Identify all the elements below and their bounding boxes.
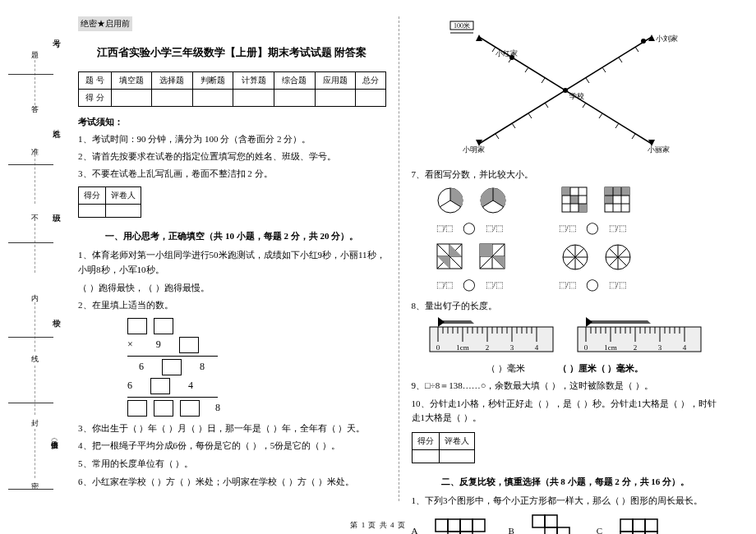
fraction-blanks-1: ⬚/⬚◯⬚/⬚ ⬚/⬚◯⬚/⬚ [436, 219, 720, 237]
svg-text:1cm: 1cm [456, 343, 469, 352]
ruler-cm-mm: （ ）厘米（ ）毫米。 [558, 361, 644, 376]
q9: 9、□÷8＝138……○，余数最大填（ ），这时被除数是（ ）。 [412, 379, 720, 394]
svg-rect-41 [605, 196, 613, 204]
svg-text:3: 3 [658, 343, 662, 352]
digit-6: 6 [139, 359, 144, 375]
margin-xian: 线 [31, 353, 39, 365]
score-h-4: 计算题 [233, 71, 274, 89]
q7: 7、看图写分数，并比较大小。 [412, 168, 720, 182]
q5: 5、常用的长度单位有（ ）。 [78, 457, 386, 472]
q10: 10、分针走1小格，秒针正好走（ ），是（ ）秒。分针走1大格是（ ），时针走1… [412, 397, 720, 426]
svg-text:3: 3 [510, 343, 514, 352]
ruler-figures: 0 1cm 2 3 4 0 1cm 2 3 4 [412, 317, 720, 358]
svg-line-9 [599, 113, 602, 118]
ruler-2: 0 1cm 2 3 4 [574, 317, 705, 358]
q2-1: 1、下列3个图形中，每个小正方形都一样大，那么（ ）图形的周长最长。 [412, 494, 720, 509]
blank-box [154, 400, 173, 417]
paper-title: 江西省实验小学三年级数学【上册】期末考试试题 附答案 [78, 44, 386, 62]
scorer-c1: 得分 [79, 187, 106, 205]
fraction-row-2 [436, 243, 720, 271]
section-1-heading: 一、用心思考，正确填空（共 10 小题，每题 2 分，共 20 分）。 [78, 229, 386, 244]
blank-box [127, 318, 147, 334]
score-h-7: 总分 [356, 71, 385, 89]
svg-line-12 [635, 47, 638, 52]
q3: 3、你出生于（ ）年（ ）月（ ）日，那一年是（ ）年，全年有（ ）天。 [78, 421, 386, 436]
svg-text:2: 2 [486, 343, 490, 352]
score-r-0: 得 分 [79, 89, 112, 106]
svg-line-17 [528, 113, 532, 118]
q1b: （ ）跑得最快，（ ）跑得最慢。 [78, 281, 386, 296]
svg-text:0: 0 [436, 343, 440, 352]
notice-3: 3、不要在试卷上乱写乱画，卷面不整洁扣 2 分。 [78, 167, 386, 182]
map-hong: 小红家 [496, 49, 518, 58]
svg-marker-47 [438, 317, 445, 327]
scorer-c2: 评卷人 [106, 187, 141, 205]
fraction-row-1 [436, 186, 720, 214]
score-table: 题 号 填空题 选择题 判断题 计算题 综合题 应用题 总分 得 分 [78, 71, 386, 107]
svg-text:0: 0 [584, 343, 588, 352]
multiplication-figure: × 9 6 8 6 4 8 [127, 318, 386, 417]
blank-box [150, 378, 170, 394]
notice-1: 1、考试时间：90 分钟，满分为 100 分（含卷面分 2 分）。 [78, 132, 386, 147]
svg-line-19 [496, 134, 499, 139]
blank-box [154, 318, 173, 334]
svg-line-11 [632, 134, 635, 139]
blank-box [179, 337, 199, 353]
score-h-5: 综合题 [274, 71, 316, 89]
svg-text:4: 4 [535, 343, 539, 352]
map-liu: 小刘家 [656, 35, 678, 43]
circle-8-b [604, 243, 632, 271]
svg-rect-40 [605, 187, 629, 196]
ruler-1: 0 1cm 2 3 4 [426, 317, 557, 358]
svg-text:4: 4 [683, 343, 687, 352]
svg-marker-76 [586, 317, 592, 327]
square-x-2 [479, 243, 507, 271]
svg-rect-37 [570, 196, 579, 204]
digit-8: 8 [200, 359, 205, 375]
left-column: 绝密★启用前 江西省实验小学三年级数学【上册】期末考试试题 附答案 题 号 填空… [66, 16, 399, 501]
svg-marker-75 [586, 320, 651, 324]
blank-box [180, 400, 200, 417]
notice-2: 2、请首先按要求在试卷的指定位置填写您的姓名、班级、学号。 [78, 150, 386, 164]
scorer-box-2: 得分评卷人 [412, 432, 475, 463]
blank-box [127, 400, 147, 417]
svg-point-26 [641, 39, 646, 44]
svg-rect-38 [579, 204, 587, 212]
blank-box [162, 359, 182, 375]
q2: 2、在里填上适当的数。 [78, 298, 386, 313]
margin-da: 答 [31, 104, 39, 115]
svg-text:1cm: 1cm [604, 343, 617, 352]
q6: 6、小红家在学校（ ）方（ ）米处；小明家在学校（ ）方（ ）米处。 [78, 475, 386, 490]
svg-line-8 [583, 103, 586, 108]
grid-3x3-a [561, 186, 589, 214]
circle-thirds-2 [479, 186, 507, 214]
fraction-blanks-2: ⬚/⬚◯⬚/⬚ ⬚/⬚◯⬚/⬚ [436, 276, 720, 294]
map-ming: 小明家 [463, 145, 485, 154]
svg-text:2: 2 [634, 343, 638, 352]
binding-margin: 考号 题 答 姓名 准 班级 不 内 学校 线 封 乡镇（街道） 密 [8, 33, 58, 493]
svg-point-24 [563, 88, 568, 93]
circle-8-a [561, 243, 589, 271]
grid-3x3-b [604, 186, 632, 214]
svg-line-15 [586, 78, 589, 83]
ruler-labels: （ ）毫米 （ ）厘米（ ）毫米。 [412, 361, 720, 376]
times-sign: × [127, 337, 133, 352]
svg-line-10 [615, 123, 619, 128]
secret-label: 绝密★启用前 [78, 16, 132, 31]
digit-9: 9 [156, 337, 161, 352]
digit-8b: 8 [215, 400, 220, 416]
digit-6b: 6 [127, 378, 132, 394]
svg-line-14 [602, 67, 606, 72]
score-h-6: 应用题 [315, 71, 356, 89]
svg-line-18 [512, 123, 515, 128]
square-x-1 [436, 243, 464, 271]
margin-feng: 封 [31, 417, 39, 429]
digit-4: 4 [188, 378, 193, 394]
score-h-0: 题 号 [79, 71, 112, 89]
q4: 4、把一根绳子平均分成6份，每份是它的（ ），5份是它的（ ）。 [78, 439, 386, 453]
svg-line-13 [619, 58, 622, 62]
svg-line-16 [545, 103, 548, 108]
score-h-2: 选择题 [152, 71, 193, 89]
score-h-3: 判断题 [192, 71, 233, 89]
svg-rect-36 [562, 187, 570, 196]
